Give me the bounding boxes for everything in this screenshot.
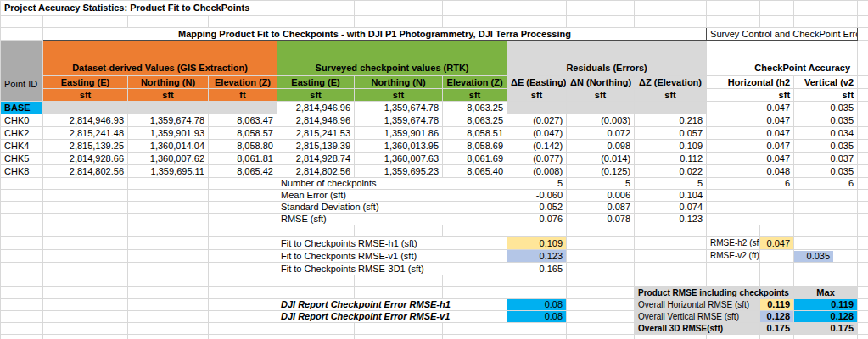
fit-h1-value[interactable]: 0.109 <box>507 237 567 250</box>
overall-vertical-value[interactable]: 0.128 <box>760 311 794 323</box>
cell[interactable] <box>858 263 868 275</box>
rtk-northing[interactable]: 1,359,695.23 <box>355 165 443 178</box>
unit-cell[interactable]: sft <box>443 89 507 102</box>
cell[interactable] <box>635 1 707 16</box>
cell[interactable] <box>794 275 858 287</box>
rmse-h2-value[interactable]: 0.047 <box>760 237 794 250</box>
cell[interactable] <box>443 323 507 335</box>
cell[interactable] <box>355 1 443 16</box>
res-delta-n[interactable]: 0.098 <box>567 140 635 153</box>
gis-elevation[interactable]: 8,058.80 <box>209 140 277 153</box>
cell[interactable] <box>1 178 43 190</box>
cell[interactable] <box>858 89 868 102</box>
dji-rmse-v1-value[interactable]: 0.08 <box>507 311 567 323</box>
stat-label[interactable]: Mean Error (sft) <box>277 190 507 202</box>
cell[interactable] <box>209 190 277 202</box>
cell[interactable] <box>760 250 794 263</box>
cell[interactable] <box>1 16 43 28</box>
stat-delta-z[interactable]: 0.104 <box>635 190 707 202</box>
res-delta-z[interactable]: 0.057 <box>635 127 707 140</box>
cell[interactable] <box>43 214 128 225</box>
acc-horizontal[interactable]: 0.047 <box>707 140 794 153</box>
cell[interactable] <box>128 178 209 190</box>
acc-horizontal[interactable]: 0.048 <box>707 165 794 178</box>
fit-v1-value[interactable]: 0.123 <box>507 250 567 263</box>
stat-delta-z[interactable]: 0.123 <box>635 214 707 225</box>
cell[interactable] <box>209 323 277 335</box>
acc-horizontal[interactable]: 0.047 <box>707 127 794 140</box>
row-id[interactable]: CHK5 <box>1 153 43 165</box>
cell[interactable] <box>128 190 209 202</box>
cell[interactable] <box>209 311 277 323</box>
cell[interactable] <box>858 287 868 299</box>
overall-vertical-max[interactable]: 0.128 <box>794 311 858 323</box>
cell[interactable] <box>1 311 43 323</box>
cell[interactable] <box>707 1 760 16</box>
cell[interactable] <box>355 335 443 339</box>
fit-h1-label[interactable]: Fit to Checkpoints RMSE-h1 (sft) <box>277 237 507 250</box>
cell[interactable] <box>567 16 635 28</box>
stat-vertical[interactable] <box>794 214 858 225</box>
rtk-northing[interactable]: 1,360,007.63 <box>355 153 443 165</box>
cell[interactable] <box>43 275 128 287</box>
cell[interactable] <box>443 335 507 339</box>
cell[interactable] <box>1 299 43 311</box>
cell[interactable] <box>858 323 868 335</box>
cell[interactable] <box>635 250 707 263</box>
cell[interactable] <box>760 16 794 28</box>
row-id[interactable]: CHK2 <box>1 127 43 140</box>
rtk-easting[interactable]: 2,814,946.96 <box>277 114 355 127</box>
cell[interactable] <box>43 287 128 299</box>
fit-3d1-value[interactable]: 0.165 <box>507 263 567 275</box>
cell[interactable] <box>858 1 868 16</box>
stat-vertical[interactable]: 6 <box>794 178 858 190</box>
point-id-header[interactable]: Point ID <box>1 41 43 102</box>
rtk-northing[interactable]: 1,360,013.95 <box>355 140 443 153</box>
cell[interactable] <box>707 263 760 275</box>
max-header[interactable]: Max <box>794 287 858 299</box>
cell[interactable] <box>567 263 635 275</box>
dji-rmse-h1-label[interactable]: DJI Report Checkpoint Error RMSE-h1 <box>277 299 507 311</box>
unit-cell[interactable]: sft <box>277 89 355 102</box>
cell[interactable] <box>707 16 760 28</box>
gis-elevation[interactable]: 8,065.42 <box>209 165 277 178</box>
overall-horizontal-max[interactable]: 0.119 <box>794 299 858 311</box>
overall-horizontal-label[interactable]: Overall Horizontal RMSE (sft) <box>635 299 760 311</box>
res-delta-e[interactable]: (0.142) <box>507 140 567 153</box>
cell[interactable] <box>794 16 858 28</box>
gis-easting[interactable]: 2,815,241.48 <box>43 127 128 140</box>
cell[interactable] <box>1 287 43 299</box>
gis-easting[interactable]: 2,814,928.66 <box>43 153 128 165</box>
overall-3d-value[interactable]: 0.175 <box>760 323 794 335</box>
acc-vertical[interactable]: 0.037 <box>794 153 858 165</box>
cell[interactable] <box>567 311 635 323</box>
rtk-elevation[interactable]: 8,058.69 <box>443 140 507 153</box>
cell[interactable] <box>43 323 128 335</box>
cell[interactable] <box>443 16 507 28</box>
res-delta-z[interactable]: 0.022 <box>635 165 707 178</box>
stat-horizontal[interactable] <box>707 202 794 214</box>
row-id[interactable]: CHK0 <box>1 114 43 127</box>
cell[interactable] <box>43 225 128 237</box>
gis-northing[interactable]: 1,359,695.11 <box>128 165 209 178</box>
unit-cell[interactable]: sft <box>635 89 707 102</box>
cell[interactable] <box>43 299 128 311</box>
cell[interactable] <box>760 275 794 287</box>
stat-delta-e[interactable]: 5 <box>507 178 567 190</box>
col-header-gis-northing[interactable]: Northing (N) <box>128 76 209 89</box>
cell[interactable] <box>567 225 635 237</box>
cell[interactable] <box>355 16 443 28</box>
rmse-v2-label[interactable]: RMSE-v2 (ft) <box>707 250 760 263</box>
cell[interactable] <box>567 299 635 311</box>
cell[interactable] <box>209 299 277 311</box>
acc-vertical[interactable]: 0.034 <box>794 127 858 140</box>
res-delta-z[interactable]: 0.218 <box>635 114 707 127</box>
cell[interactable] <box>567 287 635 299</box>
cell[interactable] <box>128 299 209 311</box>
cell[interactable] <box>355 323 443 335</box>
cell[interactable] <box>1 263 43 275</box>
cell[interactable] <box>128 335 209 339</box>
cell[interactable] <box>1 225 43 237</box>
cell[interactable] <box>355 225 443 237</box>
cell[interactable] <box>209 287 277 299</box>
